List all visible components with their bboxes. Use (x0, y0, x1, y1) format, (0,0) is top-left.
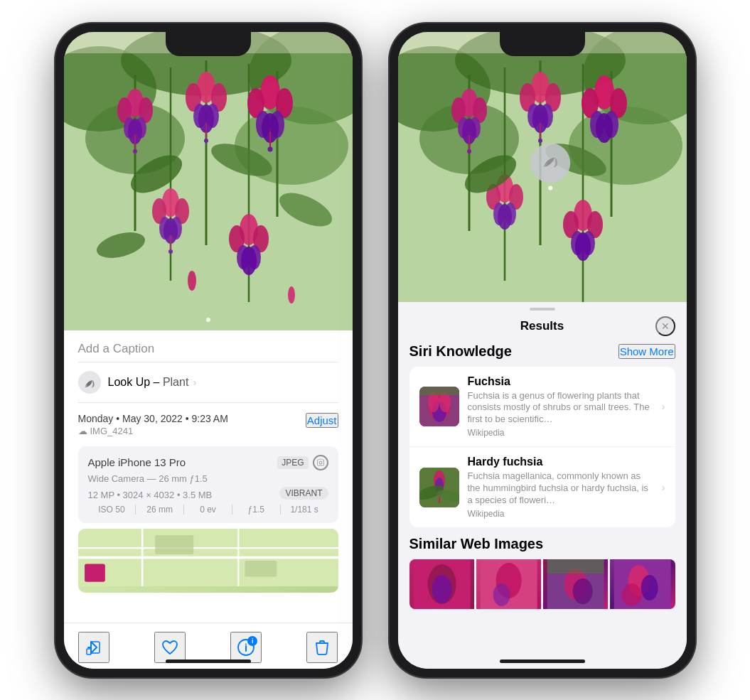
fuchsia-desc: Fuchsia is a genus of flowering plants t… (468, 390, 653, 426)
phone-notch-left (166, 32, 251, 56)
lookup-label-bold: Look Up – (108, 376, 160, 388)
photo-hero[interactable] (64, 32, 353, 330)
svg-point-133 (493, 583, 510, 606)
sim-thumb-svg-4 (610, 559, 675, 609)
svg-point-86 (467, 149, 471, 154)
fuchsia-thumb-img (419, 387, 459, 426)
similar-thumb-3[interactable] (543, 559, 608, 609)
similar-grid (409, 559, 675, 609)
sim-thumb-svg-2 (476, 559, 541, 609)
share-button[interactable] (78, 632, 109, 663)
vibrant-badge: VIBRANT (279, 487, 328, 500)
lookup-row[interactable]: Look Up – Plant › (78, 362, 338, 403)
exif-ev: 0 ev (184, 505, 232, 515)
home-indicator-left[interactable] (166, 659, 251, 663)
heart-button[interactable] (154, 632, 186, 663)
camera-icon (313, 455, 328, 470)
siri-knowledge-header: Siri Knowledge Show More (409, 343, 675, 360)
device-name: Apple iPhone 13 Pro (88, 456, 186, 468)
heart-icon (161, 639, 179, 656)
date-row: Monday • May 30, 2022 • 9:23 AM ☁ IMG_42… (78, 403, 338, 441)
svg-point-26 (204, 139, 208, 143)
date-main: Monday • May 30, 2022 • 9:23 AM (78, 413, 228, 424)
svg-point-140 (641, 575, 658, 601)
similar-thumb-2[interactable] (476, 559, 541, 609)
results-sheet: Results ✕ Siri Knowledge Show More (398, 302, 687, 669)
caption-placeholder[interactable]: Add a Caption (78, 342, 155, 355)
file-name: ☁ IMG_4241 (78, 426, 228, 436)
svg-point-100 (596, 113, 613, 143)
vibrant-row: 12 MP • 3024 × 4032 • 3.5 MB VIBRANT (88, 487, 328, 500)
fuchsia-name: Fuchsia (468, 375, 653, 388)
results-header: Results ✕ (398, 311, 687, 343)
sim-thumb-svg-3 (543, 559, 608, 609)
right-phone: Results ✕ Siri Knowledge Show More (390, 23, 695, 677)
svg-point-94 (538, 139, 542, 143)
svg-point-34 (267, 146, 272, 151)
trash-icon (314, 639, 330, 656)
svg-point-120 (439, 392, 451, 412)
svg-point-53 (188, 271, 196, 291)
hardy-source: Wikipedia (468, 509, 653, 519)
fuchsia-thumb (419, 387, 459, 426)
exif-iso: ISO 50 (88, 505, 136, 515)
similar-section: Similar Web Images (409, 536, 675, 609)
svg-point-56 (319, 461, 322, 464)
photo-info: Add a Caption Look Up – Plant › (64, 330, 353, 623)
knowledge-item-fuchsia[interactable]: Fuchsia Fuchsia is a genus of flowering … (409, 367, 675, 448)
svg-point-54 (288, 286, 295, 303)
adjust-button[interactable]: Adjust (306, 413, 338, 428)
camera-detail: Wide Camera — 26 mm ƒ1.5 (88, 473, 328, 484)
svg-rect-63 (245, 561, 277, 577)
hardy-thumb-img (419, 468, 459, 507)
resolution-text: 12 MP • 3024 × 4032 • 3.5 MB (88, 490, 213, 500)
filename-text: IMG_4241 (90, 426, 134, 436)
show-more-button[interactable]: Show More (618, 344, 675, 359)
leaf-icon (83, 376, 96, 389)
lookup-chevron: › (193, 377, 197, 388)
lookup-label-plain: Plant (163, 376, 188, 388)
similar-thumb-1[interactable] (409, 559, 474, 609)
home-indicator-right[interactable] (500, 659, 585, 663)
cloud-icon: ☁ (78, 426, 87, 436)
phone-notch-right (500, 32, 585, 56)
siri-view: Results ✕ Siri Knowledge Show More (398, 32, 687, 669)
leaf-search-icon (540, 153, 560, 173)
fuchsia-text: Fuchsia Fuchsia is a genus of flowering … (468, 375, 653, 438)
device-row: Apple iPhone 13 Pro JPEG Wide Camera (78, 446, 338, 523)
info-badge: i (247, 636, 257, 646)
knowledge-item-hardy[interactable]: Hardy fuchsia Fuchsia magellanica, commo… (409, 447, 675, 527)
results-content[interactable]: Siri Knowledge Show More (398, 343, 687, 669)
svg-point-67 (245, 643, 247, 645)
svg-rect-121 (419, 387, 459, 395)
info-button[interactable]: i (230, 632, 262, 663)
map-svg (78, 529, 338, 586)
hardy-thumb (419, 468, 459, 507)
svg-point-136 (573, 578, 593, 604)
svg-point-42 (168, 249, 173, 254)
hardy-thumb-svg (419, 468, 459, 507)
photo-dot (206, 318, 210, 322)
similar-thumb-4[interactable] (610, 559, 675, 609)
share-icon (85, 639, 102, 656)
close-icon: ✕ (661, 321, 670, 332)
svg-rect-137 (547, 559, 604, 574)
svg-point-48 (241, 247, 257, 275)
left-phone: Add a Caption Look Up – Plant › (55, 23, 361, 677)
close-button[interactable]: ✕ (655, 316, 675, 336)
svg-point-141 (622, 583, 642, 606)
fuchsia-thumb-svg (419, 387, 459, 426)
svg-point-130 (432, 575, 451, 603)
caption-area[interactable]: Add a Caption (78, 330, 338, 362)
results-title: Results (429, 319, 655, 333)
siri-photo[interactable] (398, 32, 687, 302)
visual-search-button[interactable] (530, 143, 570, 183)
format-badge: JPEG (277, 456, 308, 469)
trash-button[interactable] (306, 632, 338, 663)
svg-point-18 (133, 149, 137, 154)
map-preview[interactable] (78, 529, 338, 593)
svg-point-119 (428, 392, 439, 412)
camera-svg (316, 458, 325, 467)
svg-point-112 (575, 232, 591, 261)
similar-title: Similar Web Images (409, 536, 675, 552)
